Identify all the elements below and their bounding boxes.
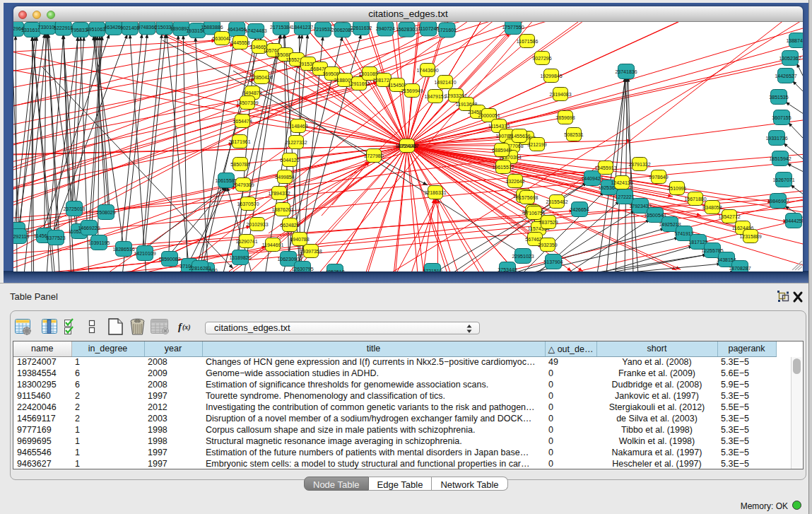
svg-text:1272221: 1272221 — [615, 194, 634, 199]
svg-text:9021408: 9021408 — [120, 25, 139, 30]
svg-text:17106751: 17106751 — [523, 211, 545, 216]
svg-text:13052367: 13052367 — [779, 56, 801, 61]
svg-text:10391195: 10391195 — [88, 240, 110, 245]
svg-text:3148463: 3148463 — [288, 124, 307, 129]
svg-text:18724007: 18724007 — [395, 143, 418, 149]
svg-text:2508029: 2508029 — [96, 210, 115, 215]
svg-text:21227332: 21227332 — [285, 140, 307, 145]
svg-text:9978649: 9978649 — [649, 175, 668, 180]
svg-text:21715384: 21715384 — [270, 25, 292, 30]
svg-text:13479151: 13479151 — [424, 94, 446, 99]
svg-text:6885940: 6885940 — [492, 148, 511, 153]
svg-text:19331736: 19331736 — [765, 136, 787, 141]
svg-text:6940788: 6940788 — [290, 237, 309, 242]
svg-text:14669229: 14669229 — [78, 226, 100, 230]
svg-text:9748366: 9748366 — [138, 25, 157, 30]
svg-text:1721601: 1721601 — [437, 28, 457, 33]
svg-text:13189820: 13189820 — [229, 255, 251, 260]
svg-text:12630795: 12630795 — [291, 267, 313, 271]
svg-text:6624828: 6624828 — [280, 223, 299, 228]
svg-text:18876201: 18876201 — [271, 207, 293, 212]
svg-text:15628303: 15628303 — [396, 27, 418, 32]
svg-text:22816283: 22816283 — [189, 266, 211, 271]
svg-text:15455913: 15455913 — [594, 165, 616, 170]
svg-text:3212199: 3212199 — [527, 142, 546, 147]
svg-text:19444250: 19444250 — [782, 218, 803, 223]
svg-text:18708287: 18708287 — [729, 266, 751, 271]
svg-text:19397358: 19397358 — [300, 249, 322, 254]
svg-text:14921470: 14921470 — [434, 80, 456, 85]
svg-text:11671586: 11671586 — [517, 39, 539, 44]
svg-text:23741836: 23741836 — [615, 69, 637, 74]
svg-text:8377523: 8377523 — [46, 235, 65, 240]
svg-text:7219532: 7219532 — [313, 27, 332, 32]
svg-text:5850784: 5850784 — [230, 162, 249, 167]
svg-text:3607155: 3607155 — [772, 115, 791, 120]
svg-text:2426654: 2426654 — [570, 207, 589, 212]
svg-text:1654474: 1654474 — [233, 119, 252, 124]
svg-text:3753448: 3753448 — [498, 267, 517, 272]
svg-text:8494879: 8494879 — [242, 90, 261, 95]
svg-text:23194083: 23194083 — [549, 92, 571, 97]
svg-text:8348058: 8348058 — [702, 205, 722, 210]
svg-text:1322642: 1322642 — [505, 179, 524, 184]
svg-text:13887413: 13887413 — [786, 38, 803, 43]
svg-text:17424483: 17424483 — [245, 28, 267, 33]
svg-text:9445558: 9445558 — [230, 40, 249, 45]
svg-text:4154502: 4154502 — [387, 83, 406, 88]
svg-text:5741913: 5741913 — [674, 231, 693, 236]
svg-text:2940724: 2940724 — [376, 26, 395, 31]
svg-text:11575698: 11575698 — [517, 195, 539, 200]
svg-text:6630042: 6630042 — [212, 36, 231, 41]
svg-text:14507309: 14507309 — [236, 100, 258, 105]
svg-text:19299845: 19299845 — [540, 74, 562, 78]
svg-text:20000051: 20000051 — [478, 113, 500, 118]
svg-text:5721510: 5721510 — [423, 269, 442, 272]
svg-text:11944691: 11944691 — [262, 243, 284, 247]
svg-text:19846907: 19846907 — [767, 199, 789, 204]
svg-text:17894372: 17894372 — [268, 191, 290, 196]
svg-text:18590082: 18590082 — [158, 257, 180, 262]
svg-text:9027296: 9027296 — [532, 56, 551, 61]
svg-text:12315889: 12315889 — [739, 234, 761, 239]
svg-text:10479309: 10479309 — [232, 182, 254, 187]
svg-text:2727980: 2727980 — [364, 153, 383, 158]
svg-text:16370570: 16370570 — [237, 201, 259, 206]
svg-text:1817125: 1817125 — [688, 240, 707, 245]
svg-text:17577550: 17577550 — [502, 25, 524, 30]
svg-text:10623090: 10623090 — [277, 257, 299, 262]
svg-text:23725018: 23725018 — [63, 206, 85, 211]
svg-text:13542772: 13542772 — [718, 214, 740, 219]
svg-text:23791332: 23791332 — [628, 162, 650, 167]
svg-text:17923433: 17923433 — [629, 204, 651, 209]
svg-text:18515942: 18515942 — [769, 156, 791, 161]
svg-text:15883886: 15883886 — [201, 25, 223, 30]
svg-text:22951023: 22951023 — [512, 254, 534, 259]
svg-text:12424139: 12424139 — [611, 180, 632, 185]
svg-text:10292119: 10292119 — [13, 234, 29, 239]
svg-text:23155482: 23155482 — [546, 199, 567, 204]
svg-text:14409421: 14409421 — [581, 176, 603, 181]
svg-text:5137904: 5137904 — [543, 259, 563, 264]
svg-text:16290741: 16290741 — [235, 239, 257, 244]
svg-text:18286516: 18286516 — [112, 247, 134, 252]
svg-text:7837529: 7837529 — [539, 220, 558, 225]
svg-text:6044120: 6044120 — [280, 158, 299, 163]
svg-text:21455636: 21455636 — [508, 134, 530, 139]
svg-text:22611632: 22611632 — [351, 25, 372, 30]
svg-text:4852518: 4852518 — [325, 269, 344, 272]
svg-text:5499854: 5499854 — [275, 175, 294, 180]
svg-text:14210109: 14210109 — [134, 251, 155, 256]
svg-text:19615572: 19615572 — [492, 165, 514, 170]
svg-text:22186331: 22186331 — [424, 190, 446, 195]
svg-text:17443690: 17443690 — [416, 68, 438, 73]
svg-text:21569949: 21569949 — [401, 88, 423, 93]
svg-text:14925218: 14925218 — [659, 222, 681, 227]
svg-text:12911692: 12911692 — [348, 81, 370, 86]
svg-text:20102933: 20102933 — [246, 222, 268, 227]
svg-text:23171961: 23171961 — [228, 139, 250, 144]
svg-text:2932359: 2932359 — [538, 243, 557, 247]
svg-text:2510991: 2510991 — [667, 186, 686, 191]
svg-text:7859698: 7859698 — [555, 115, 575, 120]
svg-text:5082531: 5082531 — [564, 132, 583, 137]
